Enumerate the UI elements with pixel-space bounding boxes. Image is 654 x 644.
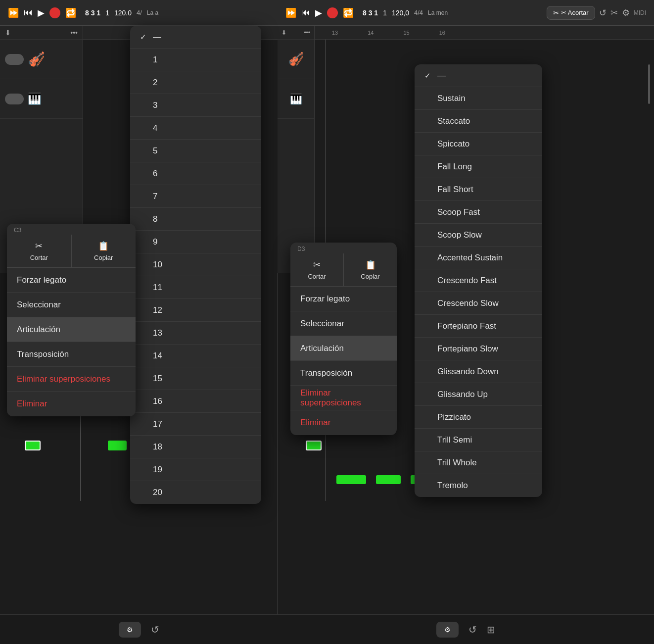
dd-item-11[interactable]: 11 bbox=[130, 276, 261, 299]
dd-item-9[interactable]: 9 bbox=[130, 231, 261, 253]
record-btn[interactable] bbox=[49, 7, 60, 18]
art-item-trill-semi[interactable]: Trill Semi bbox=[415, 429, 542, 451]
download-icon-left[interactable]: ⬇ bbox=[5, 29, 11, 37]
art-item-staccato[interactable]: Staccato bbox=[415, 110, 542, 133]
dd-item-19[interactable]: 19 bbox=[130, 458, 261, 481]
green-note-right-1[interactable] bbox=[306, 441, 322, 450]
piano-track-row-left: 🎹 bbox=[0, 79, 83, 119]
art-item-spiccato[interactable]: Spiccato bbox=[415, 133, 542, 155]
copy-action-right[interactable]: 📋 Copiar bbox=[344, 253, 397, 286]
dd-item-12[interactable]: 12 bbox=[130, 299, 261, 322]
cm-item-eliminar-super-right[interactable]: Eliminar superposiciones bbox=[290, 386, 397, 410]
cm-item-eliminar-left[interactable]: Eliminar bbox=[7, 392, 136, 416]
more-icon-left[interactable]: ••• bbox=[70, 29, 78, 37]
dd-item-7[interactable]: 7 bbox=[130, 185, 261, 208]
cm-item-articulacion-right[interactable]: Articulación bbox=[290, 336, 397, 361]
dd-item-10[interactable]: 10 bbox=[130, 253, 261, 276]
green-note-left-1[interactable] bbox=[25, 441, 41, 450]
ruler-mark-14: 14 bbox=[353, 30, 388, 36]
label-display-left: La a bbox=[147, 9, 158, 16]
cut-action-left[interactable]: ✂ Cortar bbox=[7, 235, 72, 267]
cm-item-seleccionar-right[interactable]: Seleccionar bbox=[290, 311, 397, 336]
bottom-icon-right-3[interactable]: ⊞ bbox=[487, 624, 495, 636]
art-item-glissando-down[interactable]: Glissando Down bbox=[415, 360, 542, 383]
art-item-fall-long[interactable]: Fall Long bbox=[415, 155, 542, 178]
art-item-glissando-up[interactable]: Glissando Up bbox=[415, 383, 542, 406]
bottom-icon-right-1[interactable]: ⚙ bbox=[436, 622, 459, 638]
art-item-scoop-slow[interactable]: Scoop Slow bbox=[415, 224, 542, 247]
piano-icon-left: 🎹 bbox=[28, 93, 41, 105]
dd-item-18[interactable]: 18 bbox=[130, 436, 261, 458]
bottom-icon-left-2[interactable]: ↺ bbox=[151, 624, 159, 636]
dd-item-14[interactable]: 14 bbox=[130, 345, 261, 367]
tempo-display-right: 120,0 bbox=[392, 9, 409, 17]
art-item-accented-sustain[interactable]: Accented Sustain bbox=[415, 247, 542, 269]
art-item-fortepiano-fast[interactable]: Fortepiano Fast bbox=[415, 315, 542, 338]
play-btn[interactable]: ▶ bbox=[38, 7, 45, 18]
transport-bar-left: ⏩ ⏮ ▶ 🔁 8 3 1 1 120.0 4/ La a bbox=[0, 0, 278, 26]
dd-item-20[interactable]: 20 bbox=[130, 481, 261, 504]
skip-back-btn[interactable]: ⏮ bbox=[24, 7, 33, 18]
dd-item-8[interactable]: 8 bbox=[130, 208, 261, 231]
record-btn-r[interactable] bbox=[327, 7, 338, 18]
green-note-right-2[interactable] bbox=[336, 475, 366, 484]
art-item-pizzicato[interactable]: Pizzicato bbox=[415, 406, 542, 429]
toggle-piano-left[interactable] bbox=[5, 94, 24, 104]
bottom-icon-right-2[interactable]: ↺ bbox=[468, 624, 477, 636]
dd-item-6[interactable]: 6 bbox=[130, 162, 261, 185]
copy-action-left[interactable]: 📋 Copiar bbox=[72, 235, 136, 267]
art-item-crescendo-fast[interactable]: Crescendo Fast bbox=[415, 269, 542, 292]
scroll-indicator-right bbox=[648, 64, 650, 104]
right-track-panel: ⬇ ••• 🎻 🎹 bbox=[278, 26, 315, 273]
cut-action-right[interactable]: ✂ Cortar bbox=[290, 253, 344, 286]
art-item-dash[interactable]: ✓ — bbox=[415, 64, 542, 87]
cm-item-forzar-right[interactable]: Forzar legato bbox=[290, 287, 397, 311]
cm-item-forzar-left[interactable]: Forzar legato bbox=[7, 268, 136, 293]
cm-item-transposicion-left[interactable]: Transposición bbox=[7, 342, 136, 367]
dd-item-4[interactable]: 4 bbox=[130, 117, 261, 140]
art-item-crescendo-slow[interactable]: Crescendo Slow bbox=[415, 292, 542, 315]
ruler-mark-15: 15 bbox=[389, 30, 424, 36]
cm-item-transposicion-right[interactable]: Transposición bbox=[290, 361, 397, 386]
fast-forward-btn[interactable]: ⏩ bbox=[8, 7, 19, 18]
loop-btn[interactable]: 🔁 bbox=[65, 7, 76, 18]
dd-item-16[interactable]: 16 bbox=[130, 390, 261, 413]
art-item-tremolo[interactable]: Tremolo bbox=[415, 474, 542, 497]
dd-item-3[interactable]: 3 bbox=[130, 94, 261, 117]
art-item-sustain[interactable]: Sustain bbox=[415, 87, 542, 110]
loop-icon-btn[interactable]: ↺ bbox=[599, 7, 607, 18]
skip-back-btn-r[interactable]: ⏮ bbox=[301, 7, 310, 18]
left-number-dropdown: ✓ — 1 2 3 4 5 6 7 8 9 10 11 12 13 14 15 … bbox=[130, 26, 261, 504]
scissors-icon-btn[interactable]: ✂ bbox=[610, 7, 618, 18]
cm-item-seleccionar-left[interactable]: Seleccionar bbox=[7, 293, 136, 317]
ruler-mark-16: 16 bbox=[424, 30, 460, 36]
dd-item-13[interactable]: 13 bbox=[130, 322, 261, 345]
beat-display-left: 1 bbox=[105, 9, 109, 17]
art-item-fortepiano-slow[interactable]: Fortepiano Slow bbox=[415, 338, 542, 360]
dd-item-1[interactable]: 1 bbox=[130, 49, 261, 71]
dd-item-5[interactable]: 5 bbox=[130, 140, 261, 162]
dd-item-17[interactable]: 17 bbox=[130, 413, 261, 436]
cm-item-articulacion-left[interactable]: Articulación bbox=[7, 317, 136, 342]
cm-item-eliminar-super-left[interactable]: Eliminar superposiciones bbox=[7, 367, 136, 392]
mixer-icon-btn[interactable]: ⚙ bbox=[622, 7, 630, 18]
loop-btn-r[interactable]: 🔁 bbox=[343, 7, 354, 18]
art-item-scoop-fast[interactable]: Scoop Fast bbox=[415, 201, 542, 224]
cm-item-eliminar-right[interactable]: Eliminar bbox=[290, 410, 397, 435]
dd-item-dash[interactable]: ✓ — bbox=[130, 26, 261, 49]
copy-icon-right: 📋 bbox=[365, 259, 376, 270]
download-icon-right[interactable]: ⬇ bbox=[281, 29, 286, 36]
dd-item-2[interactable]: 2 bbox=[130, 71, 261, 94]
fast-forward-btn-r[interactable]: ⏩ bbox=[285, 7, 296, 18]
bottom-icon-left-1[interactable]: ⚙ bbox=[119, 622, 141, 638]
green-note-left-2[interactable] bbox=[108, 441, 127, 450]
acortar-btn[interactable]: ✂ ✂ Acortar bbox=[547, 6, 595, 20]
green-note-right-3[interactable] bbox=[376, 475, 401, 484]
more-icon-right[interactable]: ••• bbox=[304, 29, 310, 36]
art-item-fall-short[interactable]: Fall Short bbox=[415, 178, 542, 201]
play-btn-r[interactable]: ▶ bbox=[315, 7, 322, 18]
toggle-violin-left[interactable] bbox=[5, 54, 24, 65]
art-item-trill-whole[interactable]: Trill Whole bbox=[415, 451, 542, 474]
piano-icon-right: 🎹 bbox=[290, 93, 302, 105]
dd-item-15[interactable]: 15 bbox=[130, 367, 261, 390]
